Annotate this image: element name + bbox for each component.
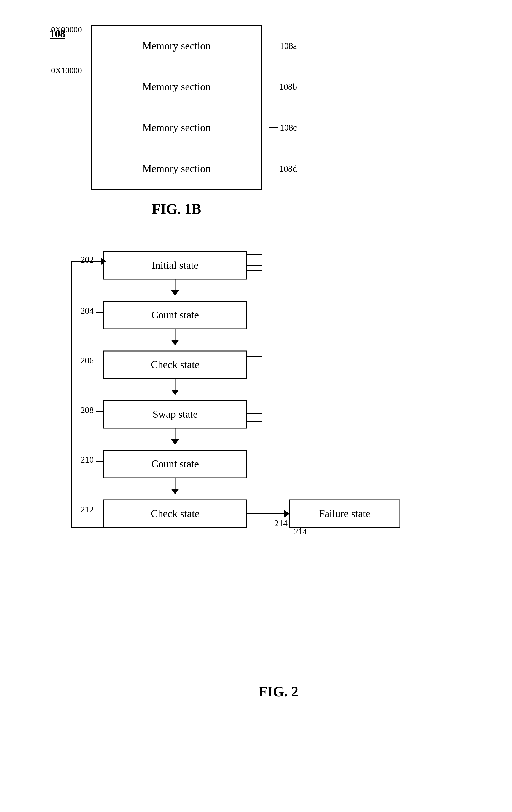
svg-marker-23 — [171, 489, 179, 494]
label-208: 208 — [81, 405, 94, 415]
svg-marker-15 — [171, 389, 179, 395]
flowchart-svg: 202 Initial state 204 Count state 206 — [44, 239, 458, 681]
svg-marker-20 — [171, 439, 179, 445]
svg-rect-11 — [247, 356, 262, 373]
svg-marker-26 — [284, 510, 290, 518]
svg-marker-6 — [171, 290, 179, 296]
memory-section-c-text: Memory section — [142, 121, 211, 134]
text-swap: Swap state — [152, 408, 198, 420]
fig2-container: 202 Initial state 204 Count state 206 — [44, 239, 485, 700]
fig1b-title: FIG. 1B — [91, 201, 262, 217]
section-label-a: 108a — [280, 41, 297, 51]
memory-section-b-text: Memory section — [142, 81, 211, 93]
label-214-text: 214 — [274, 518, 288, 528]
fig2-title: FIG. 2 — [72, 684, 485, 700]
label-202: 202 — [81, 255, 94, 265]
text-check2: Check state — [151, 508, 199, 519]
svg-marker-9 — [171, 340, 179, 345]
memory-section-a-text: Memory section — [142, 40, 211, 52]
memory-section-c: Memory section 108c — [92, 107, 261, 148]
memory-section-d: Memory section 108d — [92, 148, 261, 189]
addr-label-mid: 0X10000 — [51, 66, 82, 75]
memory-box: Memory section 108a Memory section 108b … — [91, 25, 262, 190]
text-initial: Initial state — [152, 259, 199, 271]
label-210: 210 — [81, 455, 94, 465]
memory-section-d-text: Memory section — [142, 163, 211, 175]
memory-diagram: 0X00000 0X10000 Memory section 108a Memo… — [91, 25, 262, 190]
label-206: 206 — [81, 355, 94, 365]
text-check1: Check state — [151, 359, 199, 370]
section-label-c: 108c — [280, 122, 297, 133]
label-212: 212 — [81, 504, 94, 514]
section-label-b: 108b — [279, 82, 297, 92]
page: 108 0X00000 0X10000 Memory section 108a … — [0, 0, 512, 812]
memory-section-b: Memory section 108b — [92, 66, 261, 107]
text-count1: Count state — [151, 309, 199, 321]
text-failure: Failure state — [319, 508, 370, 519]
section-label-d: 108d — [279, 164, 297, 174]
addr-label-top: 0X00000 — [51, 25, 82, 34]
memory-section-a: Memory section 108a — [92, 26, 261, 66]
fig1b-container: 108 0X00000 0X10000 Memory section 108a … — [50, 25, 298, 217]
label-204: 204 — [81, 306, 94, 316]
text-count2: Count state — [151, 458, 199, 470]
